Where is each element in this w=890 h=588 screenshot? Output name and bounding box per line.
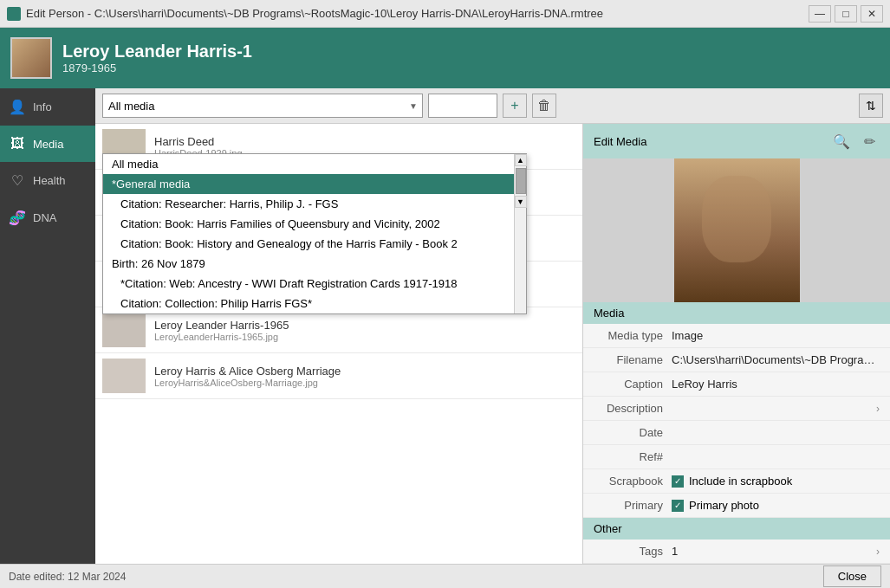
close-button[interactable]: Close xyxy=(823,565,881,587)
dropdown-item-0[interactable]: Citation: Researcher: Harris, Philip J. … xyxy=(103,194,514,214)
table-row[interactable]: Leroy Harris & Alice Osberg Marriage Ler… xyxy=(95,353,582,399)
description-label: Description xyxy=(594,402,672,415)
dropdown-item-2[interactable]: Citation: Book: History and Genealogy of… xyxy=(103,234,514,254)
sidebar-label-media: Media xyxy=(33,138,63,151)
title-bar: Edit Person - C:\Users\harri\Documents\~… xyxy=(0,0,890,28)
avatar-image xyxy=(12,39,50,77)
scrapbook-checkbox-label: Include in scrapbook xyxy=(689,475,792,488)
primary-checkbox-label: Primary photo xyxy=(689,499,759,512)
caption-row: Caption LeRoy Harris xyxy=(583,372,890,397)
health-icon: ♡ xyxy=(9,172,26,189)
description-row: Description › xyxy=(583,397,890,421)
media-info-5: Leroy Harris & Alice Osberg Marriage Ler… xyxy=(154,365,575,388)
primary-checkbox[interactable]: ✓ xyxy=(672,500,684,512)
primary-label: Primary xyxy=(594,499,672,512)
title-bar-text: Edit Person - C:\Users\harri\Documents\~… xyxy=(26,7,809,20)
dropdown-item-birth[interactable]: Birth: 26 Nov 1879 xyxy=(103,254,514,274)
toolbar: All media + 🗑 ⇅ xyxy=(95,88,890,124)
sidebar-item-health[interactable]: ♡ Health xyxy=(0,162,95,199)
dropdown-overlay: All media *General media Citation: Resea… xyxy=(102,153,527,314)
media-preview xyxy=(583,158,890,302)
content-wrapper: All media *General media Citation: Resea… xyxy=(95,124,890,564)
dna-icon: 🧬 xyxy=(9,210,26,226)
scrapbook-label: Scrapbook xyxy=(594,475,672,488)
other-section-header: Other xyxy=(583,518,890,540)
media-title-0: Harris Deed xyxy=(154,135,575,148)
dropdown-item-all[interactable]: All media xyxy=(103,154,514,174)
scrapbook-checkbox-container: ✓ Include in scrapbook xyxy=(672,475,792,488)
dropdown-item-1[interactable]: Citation: Book: Harris Families of Queen… xyxy=(103,214,514,234)
media-type-label: Media type xyxy=(594,329,672,342)
filename-value: C:\Users\harri\Documents\~DB Programs\~R… xyxy=(672,353,880,366)
filename-label: Filename xyxy=(594,353,672,366)
close-window-button[interactable]: ✕ xyxy=(861,5,883,23)
status-bar: Date edited: 12 Mar 2024 Close xyxy=(0,564,890,588)
dropdown-item-general[interactable]: *General media xyxy=(103,174,514,194)
person-name: Leroy Leander Harris-1 xyxy=(62,42,252,61)
primary-row: Primary ✓ Primary photo xyxy=(583,494,890,518)
scrapbook-checkbox[interactable]: ✓ xyxy=(672,475,684,488)
media-section-header: Media xyxy=(583,302,890,324)
date-label: Date xyxy=(594,426,672,439)
sort-button[interactable]: ⇅ xyxy=(859,94,883,118)
person-icon: 👤 xyxy=(9,99,26,115)
sidebar: 👤 Info 🖼 Media ♡ Health 🧬 DNA xyxy=(0,88,95,564)
dropdown-list: All media *General media Citation: Resea… xyxy=(103,154,514,313)
sidebar-label-dna: DNA xyxy=(33,211,56,224)
sidebar-item-dna[interactable]: 🧬 DNA xyxy=(0,199,95,236)
title-bar-buttons: — □ ✕ xyxy=(809,5,883,23)
media-thumbnail-4 xyxy=(102,313,146,347)
person-dates: 1879-1965 xyxy=(62,61,252,74)
sidebar-label-info: Info xyxy=(33,100,52,113)
media-thumbnail-5 xyxy=(102,359,146,393)
status-text: Date edited: 12 Mar 2024 xyxy=(9,571,126,583)
media-icon: 🖼 xyxy=(9,136,26,152)
filename-row: Filename C:\Users\harri\Documents\~DB Pr… xyxy=(583,348,890,372)
scrapbook-row: Scrapbook ✓ Include in scrapbook xyxy=(583,469,890,494)
scroll-up-arrow[interactable]: ▲ xyxy=(515,154,527,166)
media-title-4: Leroy Leander Harris-1965 xyxy=(154,319,575,332)
tags-label: Tags xyxy=(594,545,672,558)
sidebar-item-media[interactable]: 🖼 Media xyxy=(0,126,95,162)
content-area: All media + 🗑 ⇅ All media *General media… xyxy=(95,88,890,564)
tags-value: 1 xyxy=(672,545,876,558)
app-icon xyxy=(7,7,21,21)
dropdown-item-4[interactable]: Citation: Collection: Philip Harris FGS* xyxy=(103,294,514,313)
scroll-down-arrow[interactable]: ▼ xyxy=(515,196,527,208)
search-media-button[interactable]: 🔍 xyxy=(831,131,852,152)
maximize-button[interactable]: □ xyxy=(835,5,857,23)
date-row: Date xyxy=(583,421,890,445)
person-header: Leroy Leander Harris-1 1879-1965 xyxy=(0,28,890,88)
tags-row: Tags 1 › xyxy=(583,540,890,564)
right-panel-actions: 🔍 ✏ xyxy=(831,131,880,152)
caption-value: LeRoy Harris xyxy=(672,378,880,391)
media-filename-5: LeroyHarris&AliceOsberg-Marriage.jpg xyxy=(154,378,575,388)
dropdown-item-3[interactable]: *Citation: Web: Ancestry - WWI Draft Reg… xyxy=(103,274,514,294)
media-type-row: Media type Image xyxy=(583,324,890,348)
media-type-value: Image xyxy=(672,329,880,342)
media-title-5: Leroy Harris & Alice Osberg Marriage xyxy=(154,365,575,378)
add-media-button[interactable]: + xyxy=(503,94,527,118)
dropdown-scrollbar-track: ▲ ▼ xyxy=(514,154,526,313)
edit-media-button[interactable]: ✏ xyxy=(859,131,880,152)
preview-image-overlay xyxy=(702,176,771,262)
main-layout: 👤 Info 🖼 Media ♡ Health 🧬 DNA All media … xyxy=(0,88,890,564)
dropdown-scrollbar-container: All media *General media Citation: Resea… xyxy=(103,154,526,313)
minimize-button[interactable]: — xyxy=(809,5,831,23)
sidebar-item-info[interactable]: 👤 Info xyxy=(0,88,95,126)
scroll-thumb[interactable] xyxy=(516,168,526,194)
refnum-label: Ref# xyxy=(594,450,672,463)
right-panel-title: Edit Media xyxy=(594,135,646,148)
right-panel: Edit Media 🔍 ✏ Media Media type I xyxy=(582,124,890,564)
person-info: Leroy Leander Harris-1 1879-1965 xyxy=(62,42,252,74)
tags-expand-icon[interactable]: › xyxy=(876,546,880,558)
media-filter-dropdown-wrapper: All media xyxy=(102,94,423,118)
sidebar-label-health: Health xyxy=(33,174,66,187)
description-expand-icon[interactable]: › xyxy=(876,403,880,415)
delete-media-button[interactable]: 🗑 xyxy=(532,94,556,118)
right-panel-header: Edit Media 🔍 ✏ xyxy=(583,124,890,158)
primary-checkbox-container: ✓ Primary photo xyxy=(672,499,759,512)
media-filter-dropdown[interactable]: All media xyxy=(102,94,423,118)
search-input[interactable] xyxy=(428,94,497,118)
preview-image xyxy=(674,158,800,302)
